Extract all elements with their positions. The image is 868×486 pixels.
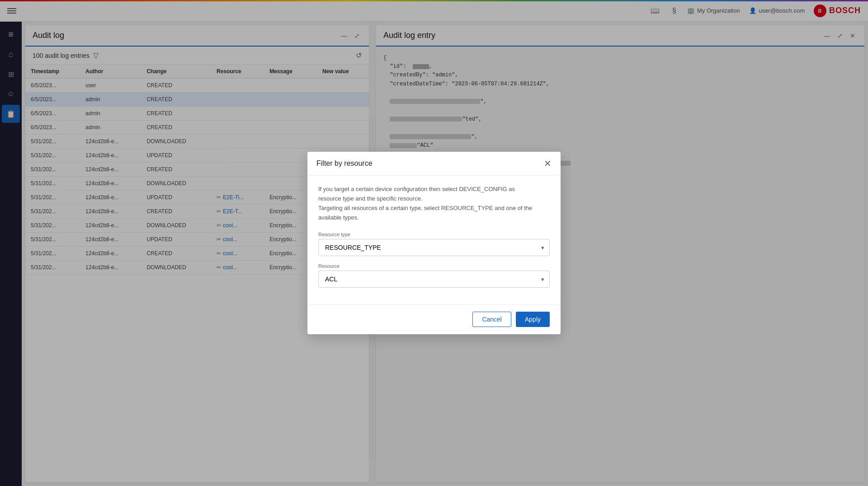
- resource-type-group: Resource type RESOURCE_TYPE DEVICE_CONFI…: [318, 232, 550, 256]
- modal-header: Filter by resource ✕: [307, 152, 561, 176]
- resource-type-select-wrapper: RESOURCE_TYPE DEVICE_CONFIG ▾: [318, 239, 550, 256]
- cancel-button[interactable]: Cancel: [472, 312, 511, 327]
- modal-close-button[interactable]: ✕: [544, 159, 552, 168]
- resource-type-label: Resource type: [318, 232, 550, 237]
- filter-dialog: Filter by resource ✕ If you target a cer…: [307, 152, 561, 334]
- resource-label: Resource: [318, 263, 550, 269]
- resource-group: Resource ACL E2E ▾: [318, 263, 550, 288]
- modal-body: If you target a certain device configura…: [307, 176, 561, 304]
- resource-type-select[interactable]: RESOURCE_TYPE DEVICE_CONFIG: [318, 239, 550, 256]
- modal-description: If you target a certain device configura…: [318, 185, 550, 222]
- resource-select-wrapper: ACL E2E ▾: [318, 271, 550, 288]
- modal-overlay[interactable]: Filter by resource ✕ If you target a cer…: [0, 0, 868, 486]
- modal-title: Filter by resource: [316, 159, 373, 168]
- resource-select[interactable]: ACL E2E: [318, 271, 550, 288]
- apply-button[interactable]: Apply: [516, 312, 550, 327]
- modal-footer: Cancel Apply: [307, 304, 561, 334]
